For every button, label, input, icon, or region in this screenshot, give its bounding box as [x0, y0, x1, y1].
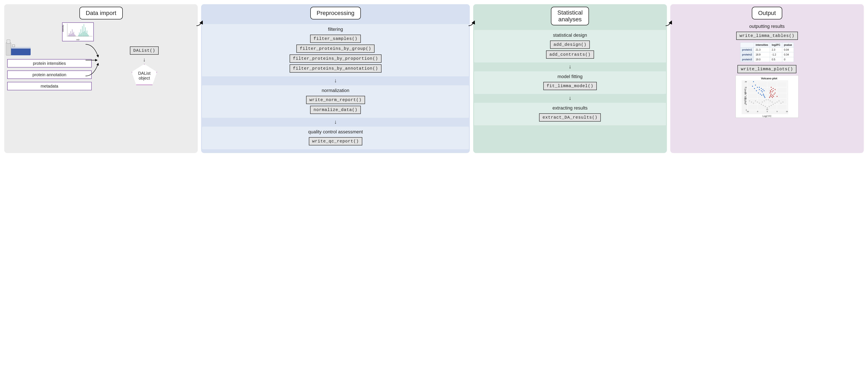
- volcano-xlabel: Log2 FC: [736, 115, 798, 117]
- label-qc: quality control assessment: [204, 129, 467, 135]
- label-design: statistical design: [476, 33, 664, 38]
- svg-text:5: 5: [777, 110, 778, 112]
- label-filtering: filtering: [204, 27, 467, 32]
- svg-point-49: [764, 90, 765, 91]
- svg-point-67: [771, 96, 772, 97]
- svg-point-92: [762, 101, 763, 102]
- svg-rect-3: [10, 47, 31, 48]
- fn-write-limma-tables: write_limma_tables(): [736, 32, 798, 40]
- import-right: DAList() ↓ DAList object: [94, 22, 195, 85]
- merge-arrows: [86, 42, 102, 80]
- svg-point-86: [780, 103, 781, 104]
- svg-point-41: [756, 90, 757, 91]
- volcano-svg: 0510152025-10-50510: [742, 80, 788, 114]
- fn-fit-limma-model: fit_limma_model(): [543, 82, 597, 90]
- svg-point-58: [771, 89, 772, 90]
- svg-point-31: [755, 85, 756, 86]
- fn-filter-proteins-annot: filter_proteins_by_annotation(): [290, 64, 381, 73]
- title-import: Data import: [80, 7, 123, 20]
- svg-point-88: [766, 99, 767, 100]
- svg-point-73: [755, 100, 756, 101]
- mass-spectrum-thumbnail: Intensity m/z: [62, 22, 94, 41]
- svg-point-64: [777, 96, 777, 97]
- connector-arrow-icon: [469, 19, 476, 27]
- section-qc: quality control assessment write_qc_repo…: [202, 127, 469, 149]
- svg-point-44: [761, 95, 762, 96]
- box-metadata: metadata: [7, 82, 92, 90]
- svg-point-71: [751, 101, 752, 102]
- col-stats: Statistical analyses statistical design …: [473, 4, 667, 153]
- fn-add-design: add_design(): [550, 40, 590, 49]
- svg-point-90: [764, 100, 765, 101]
- th-pvalue: pvalue: [782, 43, 794, 47]
- svg-point-76: [761, 104, 762, 105]
- svg-point-87: [782, 101, 783, 102]
- svg-point-51: [770, 96, 771, 97]
- svg-point-36: [763, 94, 764, 95]
- fn-filter-samples: filter_samples(): [310, 35, 361, 43]
- fn-write-qc-report: write_qc_report(): [309, 137, 362, 145]
- arrow-icon: ↓: [569, 95, 571, 101]
- svg-point-60: [772, 95, 773, 96]
- svg-point-63: [775, 89, 775, 90]
- title-output: Output: [752, 7, 782, 20]
- volcano-plot: Volcano plot -log10(p_value) 0510152025-…: [736, 75, 799, 118]
- fn-normalize-data: normalize_data(): [310, 106, 361, 114]
- svg-point-34: [761, 90, 762, 91]
- col-data-import: Data import Intensity m/z: [4, 4, 198, 153]
- th-log2fc: log2FC: [770, 43, 782, 47]
- results-table: intensities log2FC pvalue protein121.32.…: [740, 42, 794, 62]
- svg-point-84: [777, 101, 777, 102]
- svg-text:-10: -10: [746, 110, 749, 112]
- svg-point-66: [770, 91, 771, 92]
- section-normalization: normalization write_norm_report() normal…: [202, 85, 469, 118]
- svg-point-75: [759, 103, 760, 104]
- fn-filter-proteins-group: filter_proteins_by_group(): [297, 44, 375, 53]
- svg-point-82: [773, 104, 773, 105]
- svg-rect-6: [12, 45, 15, 47]
- svg-rect-5: [7, 40, 10, 43]
- svg-point-81: [771, 105, 771, 106]
- table-row: protein218.9-1.20.34: [740, 52, 794, 57]
- svg-text:20: 20: [745, 87, 747, 89]
- svg-point-37: [763, 95, 764, 96]
- svg-point-79: [767, 107, 768, 108]
- svg-text:25: 25: [745, 81, 747, 83]
- svg-point-50: [769, 97, 770, 98]
- arrow-icon: ↓: [334, 119, 337, 125]
- th-intensities: intensities: [754, 43, 770, 47]
- svg-point-38: [764, 96, 765, 97]
- col-preprocessing: Preprocessing filtering filter_samples()…: [201, 4, 470, 153]
- box-protein-intensities: protein intensities: [7, 59, 92, 68]
- col-output: Output outputting results write_limma_ta…: [670, 4, 864, 153]
- svg-point-35: [762, 91, 763, 92]
- svg-point-97: [767, 109, 768, 110]
- arrow-icon: ↓: [143, 57, 146, 62]
- spectrum-svg: [67, 24, 93, 36]
- svg-point-48: [763, 89, 763, 90]
- svg-text:0: 0: [767, 110, 768, 112]
- workflow-diagram: Data import Intensity m/z: [4, 4, 864, 153]
- svg-point-40: [754, 88, 755, 89]
- svg-point-47: [761, 88, 762, 89]
- svg-point-42: [758, 93, 759, 93]
- fn-filter-proteins-prop: filter_proteins_by_proportion(): [290, 55, 381, 63]
- fn-add-contrasts: add_contrasts(): [546, 51, 594, 59]
- arrow-icon: ↓: [334, 78, 337, 83]
- svg-point-52: [770, 95, 771, 96]
- svg-rect-4: [6, 43, 11, 55]
- label-output: outputting results: [749, 24, 785, 29]
- section-design: statistical design add_design() add_cont…: [474, 30, 666, 63]
- svg-point-56: [774, 94, 774, 95]
- spectrum-xlabel: m/z: [63, 39, 93, 41]
- svg-point-45: [752, 86, 753, 87]
- svg-point-74: [757, 101, 758, 102]
- label-normalization: normalization: [204, 88, 467, 93]
- arrow-icon: ↓: [569, 64, 571, 69]
- svg-point-69: [773, 96, 774, 97]
- svg-point-55: [773, 90, 773, 91]
- section-filtering: filtering filter_samples() filter_protei…: [202, 24, 469, 76]
- instrument-graphic: Intensity m/z: [7, 22, 92, 56]
- label-fitting: model fitting: [476, 74, 664, 79]
- svg-point-43: [760, 94, 761, 95]
